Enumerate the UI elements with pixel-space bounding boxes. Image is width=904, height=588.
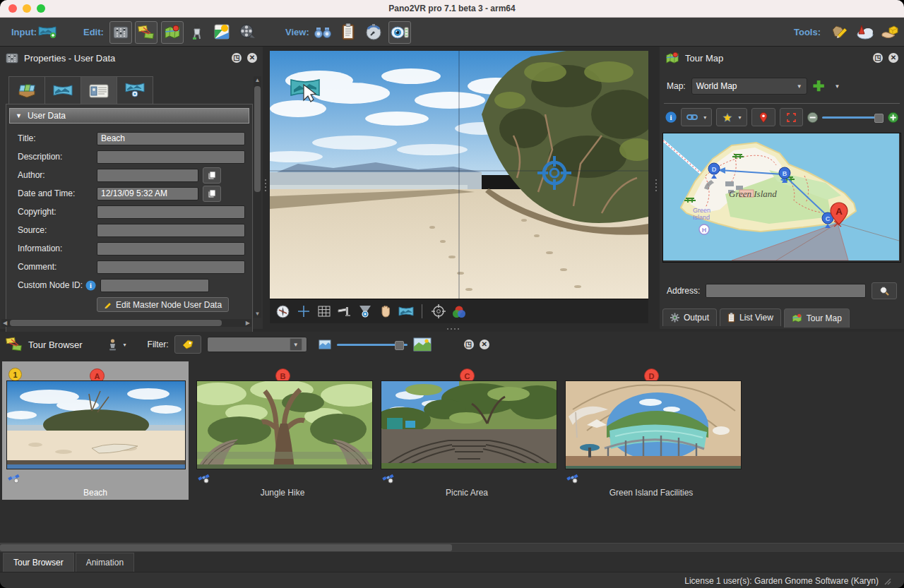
datetime-copy-button[interactable]	[203, 186, 221, 202]
compass-tool-icon[interactable]	[273, 301, 293, 321]
properties-horizontal-scrollbar[interactable]: ◀ ▶	[1, 319, 251, 327]
panorama-viewer[interactable]	[270, 51, 648, 323]
beach-panorama-image[interactable]	[270, 51, 648, 299]
title-input[interactable]	[97, 132, 245, 145]
zoom-in-icon[interactable]	[888, 112, 898, 124]
input-panorama-button[interactable]	[37, 21, 58, 42]
drop-pin-button[interactable]	[751, 108, 775, 126]
address-search-button[interactable]	[872, 282, 897, 299]
tour-node-facilities[interactable]: D Green Island Facil	[561, 361, 742, 500]
view-find-button[interactable]	[312, 21, 333, 42]
tab-tour-map[interactable]: Tour Map	[784, 308, 850, 328]
address-input[interactable]	[706, 284, 866, 298]
chevron-down-icon[interactable]: ▼	[834, 83, 840, 90]
add-map-icon[interactable]: ✚	[813, 79, 825, 93]
edit-tour-map-button[interactable]	[161, 21, 184, 44]
float-panel-icon[interactable]: ◳	[873, 53, 883, 63]
target-tool-icon[interactable]	[428, 301, 448, 321]
close-panel-icon[interactable]: ✕	[247, 53, 257, 63]
vertical-scroll-thumb[interactable]	[254, 86, 261, 192]
horizontal-scroll-thumb[interactable]	[10, 320, 222, 326]
jungle-thumbnail-image[interactable]	[196, 380, 373, 469]
information-input[interactable]	[97, 242, 245, 256]
view-viewer-button[interactable]	[388, 21, 411, 44]
green-island-map[interactable]: Green Island Green Island H D B C A	[663, 133, 899, 260]
edit-street-view-button[interactable]	[186, 21, 208, 42]
picnic-thumbnail-image[interactable]	[381, 380, 557, 469]
tab-panorama[interactable]	[44, 76, 81, 104]
source-input[interactable]	[97, 224, 245, 237]
comment-input[interactable]	[97, 260, 245, 274]
map-dropdown[interactable]: World Map ▼	[691, 78, 807, 95]
view-mode-button[interactable]: ▾	[108, 339, 126, 351]
pan-hand-tool-icon[interactable]	[375, 301, 396, 321]
thumbnail-size-slider[interactable]	[337, 340, 408, 349]
author-input[interactable]	[97, 169, 198, 182]
zoom-out-icon[interactable]	[807, 112, 818, 124]
tab-list-view[interactable]: List View	[720, 308, 781, 326]
scroll-up-icon[interactable]: ▲	[254, 76, 261, 84]
panorama-view-tool-icon[interactable]	[396, 301, 416, 321]
left-splitter-handle[interactable]	[265, 179, 267, 191]
tools-publish-button[interactable]	[879, 21, 900, 42]
map-zoom-slider[interactable]	[822, 113, 883, 121]
right-splitter-handle[interactable]	[655, 179, 658, 191]
tour-node-picnic-area[interactable]: C Picnic Area	[376, 361, 557, 500]
small-thumbnails-icon[interactable]	[319, 340, 331, 349]
tab-pano-pin[interactable]	[117, 76, 153, 104]
facilities-thumbnail-image[interactable]	[565, 380, 742, 469]
center-cross-tool-icon[interactable]	[293, 301, 314, 321]
datetime-input[interactable]	[97, 187, 198, 200]
grid-tool-icon[interactable]	[314, 301, 334, 321]
custom-node-id-input[interactable]	[100, 279, 209, 292]
slider-handle[interactable]	[395, 341, 404, 350]
info-icon[interactable]: i	[665, 111, 677, 124]
edit-animation-button[interactable]	[237, 21, 258, 42]
horizon-tool-icon[interactable]	[334, 301, 355, 321]
edit-properties-button[interactable]	[109, 21, 132, 44]
browser-horizontal-scrollbar[interactable]	[0, 543, 904, 552]
map-view[interactable]: Green Island Green Island H D B C A	[662, 133, 901, 263]
slider-handle[interactable]	[874, 114, 884, 123]
scroll-down-icon[interactable]: ▼	[254, 310, 261, 318]
minimize-window-button[interactable]	[23, 4, 31, 13]
link-hotspots-button[interactable]: ▾	[681, 108, 712, 126]
float-panel-icon[interactable]: ◳	[232, 53, 242, 63]
view-list-button[interactable]	[338, 21, 359, 42]
edit-master-node-button[interactable]: Edit Master Node User Data	[97, 297, 229, 312]
float-panel-icon[interactable]: ◳	[464, 340, 474, 349]
scroll-right-icon[interactable]: ▶	[246, 319, 250, 327]
close-window-button[interactable]	[8, 4, 17, 13]
resize-grip-icon[interactable]	[883, 577, 891, 585]
tab-node-stack[interactable]	[8, 76, 44, 104]
user-data-section-header[interactable]: ▼ User Data	[9, 108, 249, 124]
view-timer-button[interactable]	[363, 21, 384, 42]
tools-patch-button[interactable]	[828, 21, 850, 42]
tour-node-beach[interactable]: 1 A Beach	[2, 361, 189, 500]
tab-user-data[interactable]	[81, 76, 117, 106]
scroll-left-icon[interactable]: ◀	[3, 319, 7, 327]
fit-view-button[interactable]	[780, 108, 803, 126]
edit-tour-browser-button[interactable]	[135, 21, 157, 44]
tab-output[interactable]: Output	[662, 308, 717, 326]
properties-vertical-scrollbar[interactable]: ▲ ▼	[254, 76, 261, 318]
tools-gnome-cloud-button[interactable]	[854, 21, 875, 42]
edit-google-maps-button[interactable]	[211, 21, 232, 42]
browser-scroll-thumb[interactable]	[0, 544, 452, 551]
close-panel-icon[interactable]: ✕	[480, 340, 489, 349]
filter-tag-button[interactable]	[174, 335, 201, 354]
author-copy-button[interactable]	[203, 167, 221, 184]
filter-dropdown[interactable]: ▼	[207, 337, 307, 352]
description-input[interactable]	[97, 150, 245, 164]
beach-thumbnail-image[interactable]	[6, 380, 186, 469]
zoom-window-button[interactable]	[37, 4, 45, 13]
close-panel-icon[interactable]: ✕	[888, 53, 898, 63]
pin-style-button[interactable]: ▾	[716, 108, 747, 126]
bottom-tab-animation[interactable]: Animation	[76, 553, 134, 572]
large-thumbnails-icon[interactable]	[413, 337, 432, 352]
horizontal-splitter-handle[interactable]	[447, 328, 459, 330]
view-cone-tool-icon[interactable]	[355, 301, 375, 321]
copyright-input[interactable]	[97, 205, 245, 219]
bottom-tab-tour-browser[interactable]: Tour Browser	[3, 553, 74, 572]
color-tool-icon[interactable]	[448, 301, 469, 321]
